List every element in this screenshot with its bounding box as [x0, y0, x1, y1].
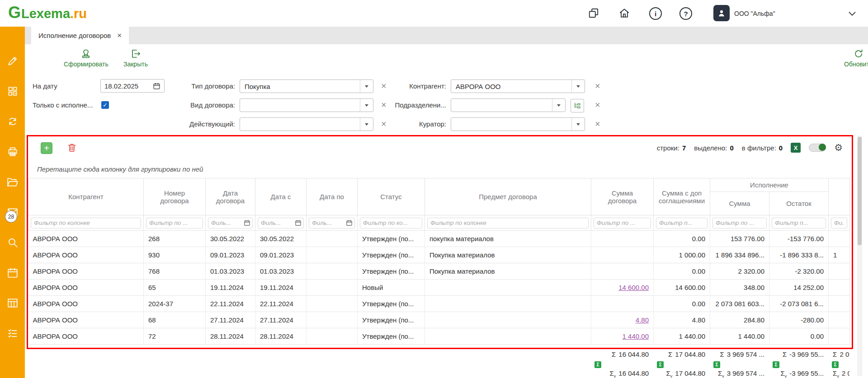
col-header-number[interactable]: Номер договора	[144, 178, 206, 215]
modules-icon[interactable]	[7, 85, 19, 97]
scrollbar-thumb[interactable]	[858, 137, 862, 245]
total2-amount-extra: Σv17 044.80	[653, 368, 710, 378]
col-header-amount-extra[interactable]: Сумма с доп соглашениями	[654, 178, 710, 215]
search-icon[interactable]	[7, 237, 19, 248]
sigma-badge-icon[interactable]: Σ	[832, 361, 839, 368]
clear-contract-type-button[interactable]: ×	[381, 79, 387, 93]
only-execution-label: Только с исполне...	[33, 98, 93, 112]
help-icon[interactable]: ?	[679, 7, 692, 20]
col-header-status[interactable]: Статус	[358, 178, 425, 215]
filter-input-status[interactable]	[360, 218, 422, 229]
totals-badge-row: Σ Σ Σ Σ Σ	[28, 360, 849, 368]
vertical-scrollbar[interactable]	[857, 136, 862, 376]
info-icon[interactable]: i	[649, 7, 662, 20]
calendar-icon	[346, 219, 353, 226]
clear-curator-button[interactable]: ×	[595, 117, 600, 131]
total-exec-rest: Σ-3 969 55...	[769, 349, 828, 360]
tab-close-icon[interactable]: ×	[117, 32, 122, 39]
col-header-date-to[interactable]: Дата по	[307, 178, 358, 215]
filter-input-amount[interactable]	[594, 218, 651, 229]
on-date-input[interactable]: 18.02.2025	[100, 79, 165, 93]
close-button[interactable]: Закрыть	[123, 48, 148, 68]
gear-icon[interactable]: ⚙	[834, 143, 843, 153]
division-label: Подразделени...	[389, 98, 446, 112]
group-panel[interactable]: Перетащите сюда колонку для группировки …	[28, 160, 851, 178]
col-header-counterparty[interactable]: Контрагент	[28, 178, 144, 215]
counterparty-select[interactable]: АВРОРА ООО	[451, 79, 585, 93]
col-header-cut[interactable]	[829, 178, 850, 215]
print-icon[interactable]	[7, 146, 19, 158]
sigma-badge-icon[interactable]: Σ	[713, 361, 720, 368]
cell-amount-link[interactable]	[591, 296, 654, 312]
cell-date-to	[307, 328, 358, 345]
refresh-button[interactable]: Обновить	[844, 48, 868, 68]
cell-date-to	[307, 247, 358, 263]
col-header-exec-amount[interactable]: Сумма	[710, 192, 769, 215]
user-avatar[interactable]	[713, 5, 730, 21]
total2-cut: Σv2 090	[828, 368, 849, 378]
table-row[interactable]: АВРОРА ООО 768 01.03.2023 01.03.2023 Утв…	[28, 263, 850, 280]
table-row[interactable]: АВРОРА ООО 65 19.11.2024 19.11.2024 Новы…	[28, 280, 850, 296]
col-header-amount[interactable]: Сумма договора	[591, 178, 654, 215]
clear-counterparty-button[interactable]: ×	[595, 79, 600, 93]
cell-subject: покупка материалов	[425, 231, 591, 247]
division-select[interactable]	[451, 98, 566, 112]
only-execution-checkbox[interactable]: ✓	[101, 101, 109, 109]
total2-amount: Σv16 044.80	[591, 368, 653, 378]
sync-icon[interactable]	[7, 116, 19, 127]
filter-input-subject[interactable]	[427, 218, 589, 229]
excel-export-button[interactable]: X	[791, 143, 801, 153]
table-row[interactable]: АВРОРА ООО 2024-37 22.11.2024 22.11.2024…	[28, 296, 850, 312]
cell-status: Утвержден (по...	[358, 231, 425, 247]
cell-amount-link[interactable]: 1 440.00	[591, 328, 654, 345]
cell-amount-link[interactable]	[591, 231, 654, 247]
add-row-button[interactable]: +	[41, 142, 52, 154]
clear-active-button[interactable]: ×	[381, 117, 387, 131]
generate-button[interactable]: Сформировать	[64, 48, 108, 68]
tasks-icon[interactable]	[7, 327, 19, 339]
table-icon[interactable]	[7, 297, 19, 309]
home-icon[interactable]	[618, 7, 630, 19]
col-header-date[interactable]: Дата договора	[206, 178, 255, 215]
grid-toggle[interactable]	[809, 144, 826, 152]
contract-type-select[interactable]: Покупка	[240, 79, 373, 93]
cell-exec-amount: 153 776.00	[710, 231, 769, 247]
table-row[interactable]: АВРОРА ООО 72 28.11.2024 28.11.2024 Утве…	[28, 328, 850, 345]
contract-kind-select[interactable]	[240, 98, 373, 112]
table-row[interactable]: АВРОРА ООО 268 30.05.2022 30.05.2022 Утв…	[28, 231, 850, 247]
curator-label: Куратор:	[389, 117, 446, 131]
cell-cut	[829, 231, 850, 247]
col-header-subject[interactable]: Предмет договора	[425, 178, 591, 215]
cell-amount-link[interactable]	[591, 247, 654, 263]
clear-division-button[interactable]: ×	[595, 98, 600, 112]
cell-amount-link[interactable]: 4.80	[591, 312, 654, 328]
sigma-badge-icon[interactable]: Σ	[594, 361, 601, 368]
active-select[interactable]	[240, 117, 373, 131]
table-row[interactable]: АВРОРА ООО 68 27.11.2024 27.11.2024 Утве…	[28, 312, 850, 328]
windows-switch-icon[interactable]	[588, 7, 599, 19]
filter-input-cut[interactable]	[831, 218, 847, 229]
filter-input-exec-rest[interactable]	[772, 218, 826, 229]
filter-input-counterparty[interactable]	[31, 218, 141, 229]
col-header-exec-rest[interactable]: Остаток	[769, 192, 829, 215]
sigma-badge-icon[interactable]: Σ	[657, 361, 664, 368]
clear-contract-kind-button[interactable]: ×	[381, 98, 387, 112]
cell-amount-link[interactable]	[591, 263, 654, 280]
delete-row-button[interactable]	[66, 142, 78, 154]
filter-input-exec-amount[interactable]	[712, 218, 767, 229]
chevron-down-icon[interactable]	[846, 8, 858, 19]
company-name[interactable]: ООО "Альфа"	[734, 0, 775, 27]
table-row[interactable]: АВРОРА ООО 930 09.01.2023 09.01.2023 Утв…	[28, 247, 850, 263]
tab-contract-execution[interactable]: Исполнение договоров ×	[31, 27, 129, 44]
filter-input-number[interactable]	[146, 218, 203, 229]
curator-select[interactable]	[451, 117, 585, 131]
calendar-icon[interactable]	[7, 267, 19, 279]
edit-icon[interactable]	[7, 55, 19, 67]
sigma-badge-icon[interactable]: Σ	[773, 361, 779, 368]
stamp-icon	[80, 48, 91, 59]
cell-amount-link[interactable]: 14 600.00	[591, 280, 654, 296]
col-header-date-from[interactable]: Дата с	[255, 178, 307, 215]
folder-icon[interactable]	[7, 176, 19, 188]
hierarchy-icon[interactable]	[571, 99, 584, 112]
filter-input-amount-extra[interactable]	[656, 218, 708, 229]
